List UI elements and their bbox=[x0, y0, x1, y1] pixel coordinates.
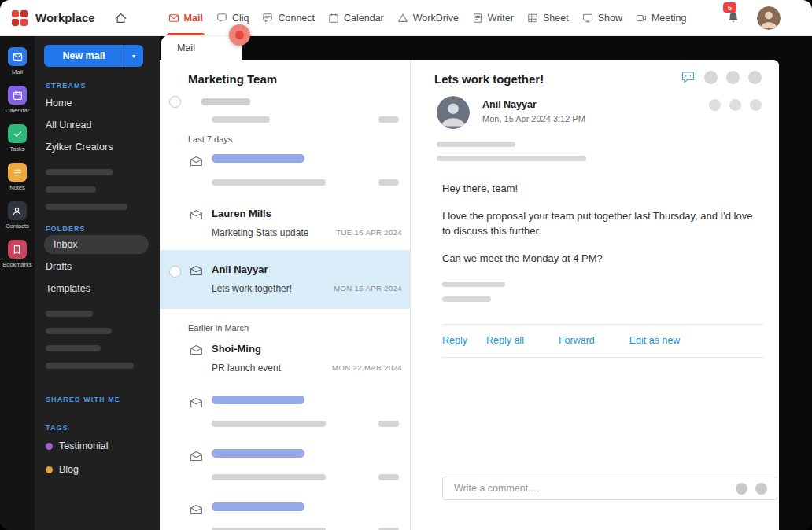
spreadsheet-icon bbox=[527, 13, 538, 24]
envelope-icon bbox=[190, 209, 203, 223]
message-toolbar bbox=[681, 71, 763, 84]
nav-item-writer[interactable]: Writer bbox=[472, 0, 514, 35]
rail-item-bookmarks[interactable]: Bookmarks bbox=[2, 240, 32, 268]
workspace: Mail Marketing Team Last 7 days bbox=[160, 35, 779, 530]
forward-link[interactable]: Forward bbox=[559, 335, 595, 346]
comment-circle-button[interactable] bbox=[736, 483, 747, 495]
mail-date: MON 15 APR 2024 bbox=[334, 284, 402, 293]
nav-item-mail[interactable]: Mail bbox=[168, 0, 203, 35]
rail-item-contacts[interactable]: Contacts bbox=[6, 201, 29, 230]
sidebar-item-all-unread[interactable]: All Unread bbox=[44, 114, 160, 136]
skeleton-bar bbox=[212, 449, 304, 458]
toolbar-circle-button[interactable] bbox=[748, 71, 762, 84]
mail-sender: Anil Nayyar bbox=[212, 263, 402, 275]
mail-row-skeleton[interactable] bbox=[160, 492, 410, 530]
workplace-logo-icon bbox=[11, 9, 28, 27]
nav-item-sheet[interactable]: Sheet bbox=[527, 0, 569, 35]
sidebar-item-inbox[interactable]: Inbox bbox=[44, 235, 149, 254]
rail-label: Tasks bbox=[9, 145, 24, 153]
skeleton-bar bbox=[46, 169, 113, 175]
brand[interactable]: Workplace bbox=[0, 9, 95, 27]
speech-bubble-icon bbox=[262, 13, 273, 24]
content-area: Marketing Team Last 7 days bbox=[160, 60, 779, 530]
mail-row[interactable]: Shoi-Ming PR launch event MON 22 MAR 202… bbox=[160, 333, 410, 385]
video-camera-icon bbox=[636, 13, 647, 24]
sidebar-item-templates[interactable]: Templates bbox=[44, 278, 160, 300]
rail-label: Contacts bbox=[6, 223, 29, 230]
nav-item-show[interactable]: Show bbox=[582, 0, 622, 35]
comment-icon[interactable] bbox=[681, 71, 696, 84]
message-datetime: Mon, 15 Apr 2024 3:12 PM bbox=[482, 114, 585, 123]
nav-item-workdrive[interactable]: WorkDrive bbox=[397, 0, 459, 35]
nav-label: Mail bbox=[184, 13, 203, 24]
mail-sender: Lauren Mills bbox=[212, 208, 402, 219]
rail-label: Notes bbox=[9, 184, 25, 191]
tag-item-blog[interactable]: Blog bbox=[44, 458, 160, 481]
skeleton-bar bbox=[442, 296, 491, 302]
nav-item-calendar[interactable]: Calendar bbox=[328, 0, 384, 35]
sidebar-item-drafts[interactable]: Drafts bbox=[44, 256, 160, 278]
home-button[interactable] bbox=[114, 12, 127, 24]
topbar: Workplace Mail Cliq Connect Calendar bbox=[0, 0, 812, 36]
click-indicator bbox=[229, 24, 250, 46]
rail-item-notes[interactable]: Notes bbox=[8, 163, 27, 191]
nav-item-meeting[interactable]: Meeting bbox=[636, 0, 686, 35]
mail-row[interactable]: Lauren Mills Marketing Stats update TUE … bbox=[160, 197, 410, 250]
presentation-icon bbox=[582, 13, 593, 24]
bell-icon bbox=[727, 11, 740, 24]
mail-row-skeleton[interactable] bbox=[160, 385, 410, 439]
mail-date: TUE 16 APR 2024 bbox=[336, 228, 402, 237]
nav-label: WorkDrive bbox=[413, 13, 459, 24]
group-label: Earlier in March bbox=[188, 323, 410, 333]
brand-name: Workplace bbox=[35, 11, 95, 24]
new-mail-button[interactable]: New mail ▼ bbox=[44, 45, 143, 67]
skeleton-bar bbox=[378, 116, 399, 123]
sidebar-item-home[interactable]: Home bbox=[44, 92, 160, 114]
tags-section-label: TAGS bbox=[46, 424, 160, 432]
reply-all-link[interactable]: Reply all bbox=[486, 335, 524, 346]
edit-as-new-link[interactable]: Edit as new bbox=[629, 335, 681, 346]
tag-item-testimonial[interactable]: Testimonial bbox=[44, 434, 160, 458]
tag-color-dot bbox=[46, 466, 53, 473]
sidebar-item-zylker-creators[interactable]: Zylker Creators bbox=[44, 136, 160, 158]
rail-label: Mail bbox=[12, 68, 23, 75]
notifications-button[interactable]: 5 bbox=[727, 11, 740, 24]
topbar-right: 5 bbox=[727, 6, 812, 30]
skeleton-bar bbox=[442, 282, 505, 287]
skeleton-bar bbox=[46, 345, 101, 351]
notification-badge: 5 bbox=[723, 2, 736, 13]
mail-icon bbox=[168, 13, 179, 24]
mail-row-selected[interactable]: Anil Nayyar Lets work together! MON 15 A… bbox=[160, 250, 410, 309]
checkbox-circle[interactable] bbox=[169, 96, 181, 108]
skeleton-bar bbox=[437, 142, 515, 147]
rail-item-mail[interactable]: Mail bbox=[8, 47, 27, 75]
comment-input[interactable] bbox=[452, 482, 728, 495]
user-avatar[interactable] bbox=[757, 6, 781, 30]
skeleton-bar bbox=[437, 156, 586, 161]
checkbox-circle[interactable] bbox=[169, 266, 181, 278]
chat-bubble-icon bbox=[216, 13, 227, 24]
body-paragraph: Hey there, team! bbox=[442, 182, 763, 197]
avatar-placeholder bbox=[729, 99, 741, 111]
comment-circle-button[interactable] bbox=[755, 483, 767, 495]
nav-item-connect[interactable]: Connect bbox=[262, 0, 315, 35]
rail-item-calendar[interactable]: Calendar bbox=[6, 86, 29, 114]
workdrive-icon bbox=[397, 13, 408, 24]
toolbar-circle-button[interactable] bbox=[726, 71, 740, 84]
toolbar-circle-button[interactable] bbox=[704, 71, 718, 84]
sender-block: Anil Nayyar Mon, 15 Apr 2024 3:12 PM bbox=[434, 96, 763, 129]
mail-list-panel: Marketing Team Last 7 days bbox=[160, 60, 411, 530]
mail-row-skeleton[interactable] bbox=[160, 439, 410, 492]
reply-link[interactable]: Reply bbox=[442, 335, 467, 346]
skeleton-bar bbox=[378, 179, 399, 186]
envelope-icon bbox=[190, 344, 203, 359]
envelope-icon bbox=[190, 451, 203, 465]
tag-label: Testimonial bbox=[59, 440, 109, 451]
skeleton-bar bbox=[201, 98, 250, 105]
tasks-app-icon bbox=[8, 124, 27, 143]
envelope-icon bbox=[190, 397, 203, 411]
chevron-down-icon[interactable]: ▼ bbox=[124, 45, 143, 67]
rail-item-tasks[interactable]: Tasks bbox=[8, 124, 27, 153]
mail-row-skeleton[interactable] bbox=[160, 144, 410, 197]
skeleton-bar bbox=[212, 474, 326, 480]
